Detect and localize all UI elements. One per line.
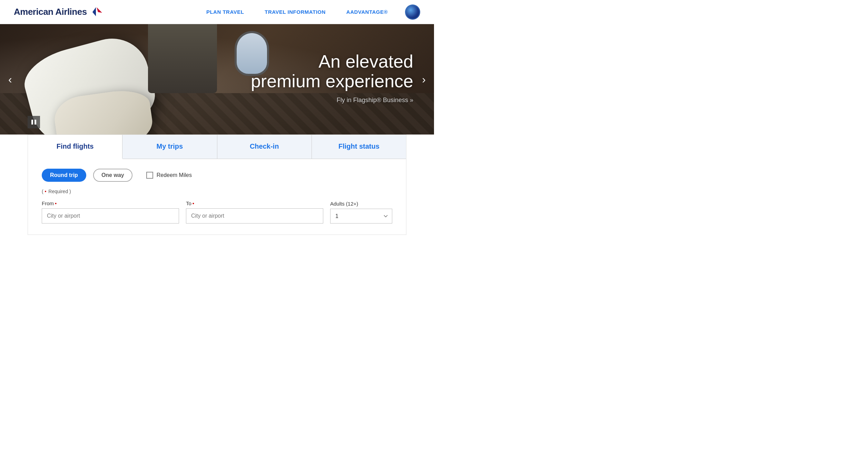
nav-plan-travel[interactable]: PLAN TRAVEL (206, 9, 244, 15)
round-trip-button[interactable]: Round trip (42, 169, 86, 182)
required-dot: • (45, 189, 47, 194)
adults-group: Adults (12+) 1 2 3 4 5 (330, 201, 392, 224)
hero-banner: An elevated premium experience Fly in Fl… (0, 24, 434, 135)
adults-select[interactable]: 1 2 3 4 5 (330, 209, 392, 224)
pause-button[interactable] (28, 116, 40, 128)
trip-options-row: Round trip One way Redeem Miles (42, 169, 392, 182)
tab-my-trips[interactable]: My trips (122, 135, 217, 159)
adults-label: Adults (12+) (330, 201, 392, 207)
tabs-bar: Find flights My trips Check-in Flight st… (28, 135, 406, 159)
to-group: To• (186, 200, 323, 224)
redeem-miles-checkbox[interactable] (146, 172, 153, 179)
logo-area: American Airlines (14, 6, 102, 18)
hero-prev-button[interactable]: ‹ (3, 70, 17, 89)
tab-flight-status[interactable]: Flight status (312, 135, 406, 159)
hero-text: An elevated premium experience Fly in Fl… (251, 52, 413, 104)
form-fields-row: From• To• Adults (12+) 1 2 3 4 5 (42, 200, 392, 224)
tab-check-in[interactable]: Check-in (217, 135, 312, 159)
to-label: To• (186, 200, 323, 206)
from-label: From• (42, 200, 179, 206)
main-nav: PLAN TRAVEL TRAVEL INFORMATION AADVANTAG… (206, 9, 388, 15)
hero-headline: An elevated premium experience (251, 52, 413, 91)
nav-travel-info[interactable]: TRAVEL INFORMATION (265, 9, 326, 15)
redeem-miles-label[interactable]: Redeem Miles (146, 172, 192, 179)
hero-next-button[interactable]: › (417, 70, 431, 89)
booking-widget: Find flights My trips Check-in Flight st… (28, 135, 406, 235)
tab-find-flights[interactable]: Find flights (28, 135, 122, 159)
header: American Airlines PLAN TRAVEL TRAVEL INF… (0, 0, 434, 24)
logo-text: American Airlines (14, 7, 87, 17)
from-group: From• (42, 200, 179, 224)
hero-subtext[interactable]: Fly in Flagship® Business » (251, 97, 413, 104)
one-way-button[interactable]: One way (93, 169, 132, 182)
from-input[interactable] (42, 208, 179, 224)
aa-logo-icon (90, 6, 102, 18)
flight-search-form: Round trip One way Redeem Miles ( • Requ… (28, 159, 406, 235)
required-note: ( • Required ) (42, 189, 392, 194)
nav-aadvantage[interactable]: AADVANTAGE® (346, 9, 388, 15)
to-input[interactable] (186, 208, 323, 224)
oneworld-logo[interactable] (405, 4, 420, 20)
